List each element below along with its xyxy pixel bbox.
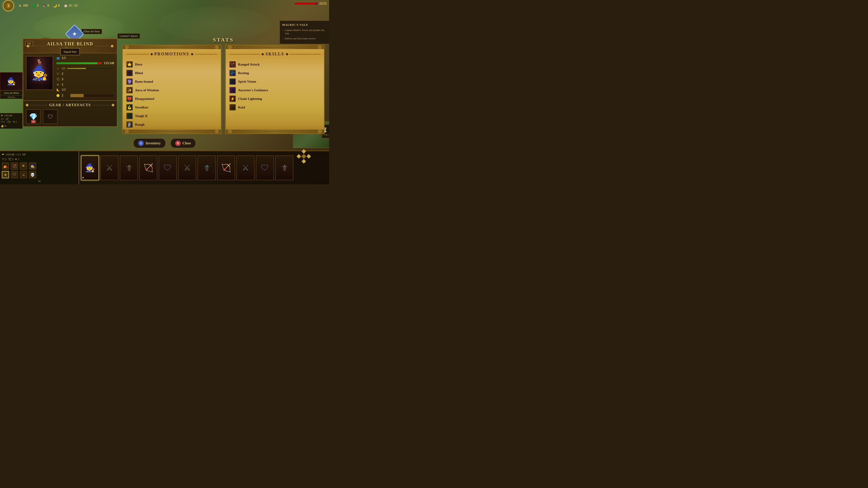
- gear-slot-2[interactable]: 🛡: [43, 109, 58, 124]
- carry-bar: [70, 94, 114, 97]
- star-icon: ★: [72, 31, 77, 37]
- unit-7[interactable]: 🗡: [197, 156, 216, 180]
- vision-icon: 👁: [56, 83, 60, 87]
- promo-aura-label: Aura of Wisdom: [135, 88, 159, 92]
- gear-diamond-right: [112, 103, 115, 107]
- mini-gold-value: 💰 54: [1, 125, 6, 127]
- supply-resource: 🏠 21 / 23: [63, 3, 78, 8]
- character-panel: LB AILSA THE BLIND Shaman 🦌 🧙: [23, 38, 118, 127]
- skill-spirit-icon: 👁: [229, 78, 236, 85]
- sidebar-btn-shield[interactable]: 🛡: [11, 171, 18, 178]
- skills-line-right: [290, 54, 320, 55]
- skills-diamond-right: [286, 53, 288, 55]
- nav-left[interactable]: [297, 154, 301, 159]
- nav-right[interactable]: [307, 154, 311, 159]
- unit-count: 22/23: [319, 2, 327, 5]
- char-mini-portrait: 🧙: [0, 72, 23, 90]
- stats-content: PROMOTIONS ⭐ Hero 👁 Blind 🔮 Rune-bound: [122, 45, 324, 134]
- promo-tough-icon: 🛡: [126, 113, 133, 119]
- hp-row: 133/140: [56, 61, 114, 65]
- promo-rough: 🗿 Rough: [126, 120, 217, 129]
- vision-row: 👁 1: [56, 83, 114, 87]
- skill-ranged-icon: 🏹: [229, 61, 236, 68]
- unit-4[interactable]: 🏹: [139, 156, 157, 180]
- unit-8-figure: 🏹: [221, 163, 231, 173]
- unit-10[interactable]: 🛡: [256, 156, 274, 180]
- unit-6[interactable]: ⚔: [178, 156, 196, 180]
- unit-9[interactable]: ⚔: [237, 156, 254, 180]
- gear-title: GEAR / ARTEFACTS: [49, 103, 91, 107]
- portrait-inner: 🦌 🧙: [26, 57, 53, 90]
- promo-runebound: 🔮 Rune-bound: [126, 77, 217, 86]
- gear-slots: 💎 54 🛡: [26, 109, 114, 124]
- gear-section: GEAR / ARTEFACTS 💎 54 🛡: [23, 100, 117, 126]
- close-label: Close: [182, 141, 191, 145]
- lb-button[interactable]: LB: [25, 41, 33, 46]
- nav-up[interactable]: [302, 149, 306, 154]
- supply-icon: 🏠: [63, 3, 68, 8]
- unit-bar: 🧙 ★ ⚔ 🗡 🏹 🛡 ⚔ 🗡 🏹 ⚔ 🛡 🗡: [79, 151, 329, 184]
- promo-hero-icon: ⭐: [126, 61, 133, 68]
- unit-5[interactable]: 🛡: [159, 156, 177, 180]
- mini-vis: 👁 1: [13, 121, 17, 123]
- hp-fill: [57, 62, 99, 64]
- sidebar-stat1: • 1/1: [16, 153, 21, 156]
- scroll-line-skills-top: [233, 47, 317, 48]
- close-button[interactable]: B Close: [170, 138, 196, 148]
- xp-label: XP: [62, 67, 65, 70]
- skill-spirit-label: Spirit Vision: [238, 80, 256, 84]
- ranged-value: 3: [62, 77, 68, 81]
- promotions-parchment: PROMOTIONS ⭐ Hero 👁 Blind 🔮 Rune-bound: [122, 45, 221, 134]
- unit-ailsa[interactable]: 🧙 ★: [81, 156, 99, 180]
- ranged-row: 🏹 3: [56, 77, 114, 81]
- scroll-line-skills-bottom: [233, 131, 317, 132]
- unit-8[interactable]: 🏹: [217, 156, 235, 180]
- sidebar-btn-axe[interactable]: ⚔: [20, 171, 27, 178]
- promo-line-right: [195, 54, 217, 55]
- sidebar-btn-eye[interactable]: 👁: [20, 162, 27, 170]
- unit-2[interactable]: ⚔: [100, 156, 119, 180]
- scroll-knot-skills-bl: [228, 130, 232, 133]
- scroll-knot-skills-tr: [318, 46, 322, 49]
- movement-value: 7/7: [62, 88, 68, 92]
- skill-lightning-icon: ⚡: [229, 96, 236, 102]
- nav-compass: [297, 149, 311, 164]
- sidebar-btn-tent[interactable]: ⛺: [2, 162, 9, 170]
- promo-hero: ⭐ Hero: [126, 60, 217, 69]
- promotions-header: PROMOTIONS: [126, 52, 217, 57]
- food-bar-fill: [295, 3, 316, 4]
- gold-carry-icon: 🪙: [56, 94, 60, 98]
- inventory-button[interactable]: X Inventory: [133, 138, 166, 148]
- char-name: AILSA THE BLIND: [47, 41, 93, 46]
- gear-slot-1[interactable]: 💎 54: [26, 109, 41, 124]
- sidebar-hp-icon: ❤: [2, 153, 4, 156]
- sidebar-btn-bow[interactable]: 🏹: [11, 162, 18, 170]
- gear-diamond-left: [26, 103, 29, 107]
- char-mini-name: Ailsa the Blind: [0, 90, 23, 95]
- skills-content: SKILLS 🏹 Ranged Attack 💤 Resting 👁 Spiri…: [229, 50, 320, 111]
- promo-steadfast-icon: 💪: [126, 104, 133, 110]
- unit-11[interactable]: 🗡: [275, 156, 293, 180]
- unit-ailsa-figure: 🧙: [85, 163, 95, 173]
- skills-diamond-left: [261, 53, 264, 55]
- sidebar-btn-star[interactable]: ★: [2, 171, 9, 178]
- scroll-knot-bl: [125, 130, 129, 133]
- food-value: 0: [48, 4, 49, 7]
- promo-aura-icon: ✨: [126, 87, 133, 93]
- unit-ailsa-star: ★: [82, 176, 84, 180]
- stats-column: 👥 Squad Size 1/1 133/140 ⚔ XP: [56, 56, 114, 98]
- scroll-top-promotions: [123, 45, 221, 49]
- skill-lightning-label: Chain Lightning: [238, 97, 262, 101]
- quest-objective-1: Capture Malric's Tower and plunder the V…: [282, 29, 327, 35]
- promotions-title: PROMOTIONS: [154, 52, 189, 57]
- sidebar-btn-magic[interactable]: 🧙: [29, 162, 36, 170]
- nav-down[interactable]: [302, 159, 306, 164]
- unit-ailsa-badge: ★: [82, 176, 98, 180]
- right-hud: 22/23: [292, 0, 329, 7]
- sidebar-btn-skull[interactable]: 💀: [29, 171, 36, 178]
- stone-icon: 🌙: [53, 3, 57, 8]
- unit-3[interactable]: 🗡: [120, 156, 138, 180]
- char-mini-figure: 🧙: [7, 77, 16, 86]
- sidebar-icons: ⛺ 🏹 👁 🧙: [2, 162, 76, 170]
- sidebar-hp-value: 133/140: [5, 153, 14, 156]
